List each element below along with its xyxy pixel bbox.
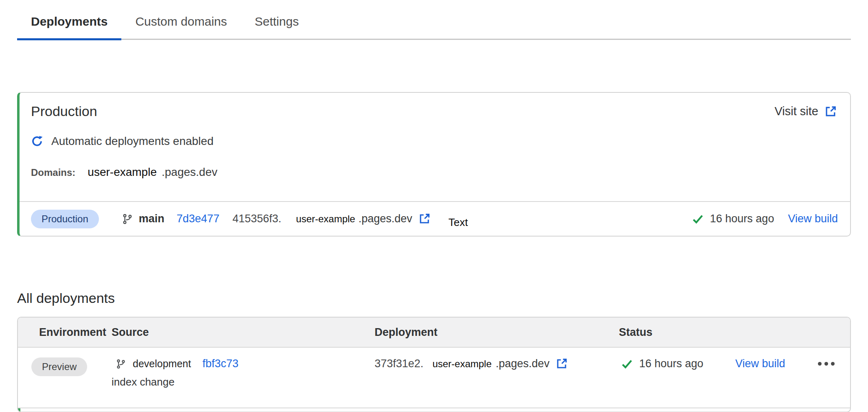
status-cell: 16 hours ago View build — [616, 357, 850, 370]
tab-settings[interactable]: Settings — [241, 0, 312, 40]
production-card-header: Production Visit site — [20, 93, 850, 119]
commit-hash-link[interactable]: 7d3e477 — [177, 213, 219, 225]
success-check-icon — [620, 358, 633, 370]
external-link-icon — [824, 105, 837, 118]
commit-hash-link[interactable]: fbf3c73 — [202, 357, 239, 370]
deployment-url-suffix: .pages.dev — [358, 213, 412, 225]
production-deployment-row: Production main 7d3e477 415356f3. user-e… — [20, 201, 850, 236]
deployment-status: 16 hours ago View build — [691, 213, 838, 225]
domain-suffix: .pages.dev — [162, 166, 217, 179]
next-row-partial — [18, 408, 850, 412]
commit-message: Text — [449, 216, 468, 229]
column-header-status: Status — [616, 326, 850, 339]
refresh-icon — [31, 135, 43, 147]
branch-name: main — [139, 213, 164, 225]
status-time: 16 hours ago — [710, 213, 774, 225]
next-row-green-border — [18, 408, 20, 412]
source-cell: development fbf3c73 index change — [112, 357, 375, 408]
external-link-icon[interactable] — [418, 213, 431, 225]
git-branch-icon — [122, 213, 133, 225]
git-branch-icon — [116, 359, 126, 369]
deployment-id: 415356f3. — [232, 213, 281, 225]
domain-subdomain: user-example — [88, 166, 157, 179]
branch-name: development — [133, 358, 191, 370]
page: Deployments Custom domains Settings Prod… — [17, 0, 851, 412]
deployment-cell: 373f31e2. user-example .pages.dev — [375, 357, 616, 370]
deployment-url-subdomain: user-example — [432, 358, 491, 370]
external-link-icon[interactable] — [555, 357, 568, 370]
environment-cell: Preview — [18, 357, 112, 408]
tab-deployments[interactable]: Deployments — [17, 0, 121, 40]
deployments-table: Environment Source Deployment Status Pre… — [17, 317, 851, 412]
status-time: 16 hours ago — [639, 357, 704, 370]
column-header-deployment: Deployment — [375, 326, 616, 339]
deployment-url-suffix: .pages.dev — [496, 357, 550, 370]
visit-site-link[interactable]: Visit site — [775, 105, 837, 118]
view-build-link[interactable]: View build — [788, 213, 838, 225]
deployment-url-subdomain: user-example — [296, 213, 355, 225]
domains-label: Domains: — [31, 167, 75, 178]
environment-badge: Preview — [31, 357, 87, 376]
environment-badge: Production — [31, 210, 99, 228]
column-header-environment: Environment — [18, 326, 112, 339]
view-build-link[interactable]: View build — [735, 357, 785, 370]
column-header-source: Source — [112, 326, 375, 339]
row-menu-button[interactable] — [817, 359, 835, 368]
all-deployments-title: All deployments — [17, 290, 851, 306]
tab-custom-domains[interactable]: Custom domains — [121, 0, 241, 40]
table-row: Preview development fbf3c73 — [18, 348, 850, 408]
domains-row: Domains: user-example .pages.dev — [20, 166, 850, 179]
auto-deployments-row: Automatic deployments enabled — [20, 135, 850, 148]
commit-message: index change — [112, 376, 375, 388]
auto-deployments-text: Automatic deployments enabled — [51, 135, 213, 148]
tab-bar: Deployments Custom domains Settings — [17, 0, 851, 40]
table-header: Environment Source Deployment Status — [18, 318, 850, 348]
visit-site-label: Visit site — [775, 105, 818, 118]
production-title: Production — [31, 103, 97, 119]
production-card: Production Visit site Automa — [17, 92, 851, 237]
deployment-id: 373f31e2. — [375, 357, 423, 370]
success-check-icon — [691, 213, 704, 225]
